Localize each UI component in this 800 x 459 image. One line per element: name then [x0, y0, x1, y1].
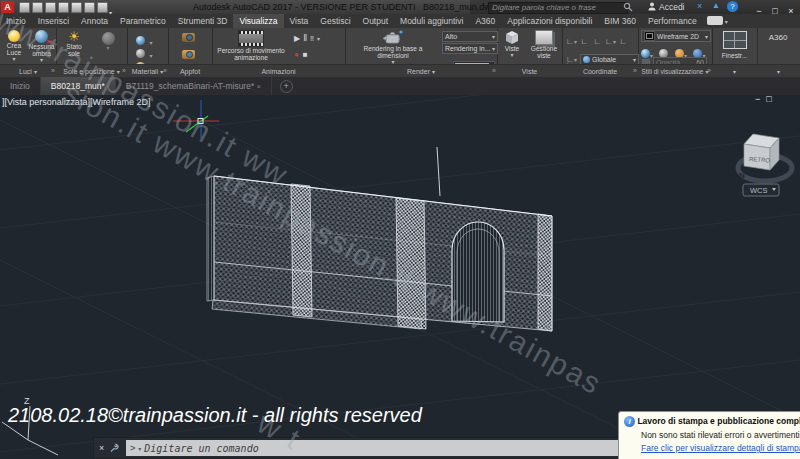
tab-inizio[interactable]: Inizio	[0, 14, 32, 28]
undo-icon[interactable]	[84, 2, 95, 13]
appfot-camera-button[interactable]	[182, 33, 195, 42]
title-bar: A ▾ Autodesk AutoCAD 2017 - VERSIONE PER…	[0, 0, 800, 14]
ucs-icon[interactable]: ∟▾	[604, 37, 617, 47]
panel-label-sole[interactable]: Sole e posizione▾	[56, 64, 127, 77]
arch-opening	[452, 222, 504, 322]
panel-flyout-coordinate[interactable]: »	[633, 65, 637, 77]
file-tab-inizio[interactable]: Inizio	[0, 77, 41, 95]
render-quality-dropdown[interactable]: Alto▾	[442, 31, 498, 42]
wcs-dropdown[interactable]: WCS	[743, 184, 779, 196]
save-as-icon[interactable]	[58, 2, 69, 13]
ucs-icon[interactable]: ∟	[578, 37, 591, 46]
nessuna-ombra-button[interactable]: × Nessuna ombra▾	[28, 30, 55, 64]
stop-icon[interactable]: ■	[303, 50, 312, 59]
tab-strumenti-3d[interactable]: Strumenti 3D	[172, 14, 234, 28]
render-target-dropdown[interactable]: Rendering in...▾	[442, 43, 498, 54]
appfot-snapshot-button[interactable]	[182, 50, 195, 59]
command-dropdown-icon[interactable]: ▾	[138, 445, 141, 452]
panel-flyout-sole[interactable]: »	[122, 65, 126, 77]
ribbon-display-dropdown-icon[interactable]: ▾	[725, 18, 728, 28]
panel-materiali: ▾ ▾ ▾ Materiali▾ »	[127, 28, 169, 77]
file-tab-b80218[interactable]: B80218_mun*	[41, 77, 116, 95]
save-icon[interactable]	[45, 2, 56, 13]
tab-inserisci[interactable]: Inserisci	[32, 14, 75, 28]
share-icon[interactable]: ×	[697, 1, 702, 11]
file-tab-b71119[interactable]: B71119_schemaBinari-AT-misure* ×	[116, 77, 272, 95]
viewcube[interactable]: N RETRO WCS	[728, 118, 800, 202]
panel-luci: Crea Luce▾ × Nessuna ombra▾ Luci▾ »	[0, 28, 57, 77]
sky-off-button[interactable]: ▾	[94, 32, 122, 52]
search-input[interactable]: Digitare parola chiave o frase	[488, 2, 628, 14]
panel-label-animazioni[interactable]: Animazioni	[212, 64, 345, 77]
tab-close-icon[interactable]: ×	[257, 83, 261, 90]
plot-icon[interactable]	[71, 2, 82, 13]
panel-flyout-luci[interactable]: »	[51, 65, 55, 77]
crea-luce-button[interactable]: Crea Luce▾	[1, 30, 27, 63]
percorso-movimento-button[interactable]: Percorso di movimento animazione	[214, 30, 288, 61]
a360-panel-button[interactable]: A360	[763, 34, 793, 41]
panel-label-finestre[interactable]: ▾	[712, 64, 757, 77]
rendering-button[interactable]: Rendering in base a dimensioni▾	[347, 29, 439, 66]
panel-label-coordinate[interactable]: Coordinate	[562, 64, 638, 77]
visual-style-dropdown[interactable]: Wireframe 2D▾	[641, 30, 711, 42]
viste-button[interactable]: Viste▾	[498, 30, 526, 59]
tab-applicazioni-disponibili[interactable]: Applicazioni disponibili	[501, 14, 598, 28]
view-cube-mini-icon	[504, 30, 520, 45]
panel-label-viste[interactable]: Viste	[497, 64, 562, 77]
dropdown-icon: ▾	[106, 45, 109, 52]
panel-label-render[interactable]: Render▾	[345, 64, 497, 77]
tab-vista[interactable]: Vista	[284, 14, 315, 28]
ucs-icon[interactable]: ∟	[617, 37, 630, 46]
dropdown-icon: ▾	[12, 56, 15, 63]
panel-label-materiali[interactable]: Materiali▾	[127, 64, 168, 77]
redo-icon[interactable]	[97, 2, 108, 13]
view-manager-icon	[535, 30, 553, 45]
tab-output[interactable]: Output	[357, 14, 395, 28]
tab-parametrico[interactable]: Parametrico	[114, 14, 172, 28]
viewport-window-buttons: −□	[755, 94, 778, 104]
help-icon[interactable]: ?	[727, 1, 738, 12]
customize-wrench-icon[interactable]	[109, 443, 119, 453]
panel-flyout-materiali[interactable]: »	[163, 65, 167, 77]
document-name: B80218_mun.dwg	[423, 2, 496, 12]
notification-link[interactable]: Fare clic per visualizzare dettagli di s…	[619, 440, 800, 453]
panel-label-appfot[interactable]: Appfot	[168, 64, 212, 77]
viewcube-cube[interactable]	[744, 134, 779, 170]
dropdown-icon[interactable]: ▾	[317, 36, 323, 42]
panel-flyout-stili[interactable]: »	[707, 65, 711, 77]
tab-performance[interactable]: Performance	[642, 14, 703, 28]
new-file-icon[interactable]	[19, 2, 30, 13]
panel-label-luci[interactable]: Luci▾	[0, 64, 56, 77]
tab-gestisci[interactable]: Gestisci	[314, 14, 356, 28]
ucs-icon[interactable]: ∟▾	[565, 37, 578, 47]
stato-sole-button[interactable]: ☀ Stato sole	[60, 30, 88, 57]
tab-visualizza[interactable]: Visualizza	[233, 14, 283, 28]
tab-moduli-aggiuntivi[interactable]: Moduli aggiuntivi	[394, 14, 469, 28]
new-drawing-tab-button[interactable]: +	[280, 80, 293, 93]
a360-sync-icon[interactable]: ▲	[712, 1, 720, 10]
command-close-icon[interactable]: ×	[99, 443, 104, 453]
panel-flyout-render[interactable]: »	[492, 65, 496, 77]
copyright-caption: 2108.02.18©trainpassion.it - all rights …	[8, 404, 422, 427]
viewport-minimize-icon[interactable]: −	[755, 94, 766, 104]
signin-button[interactable]: Accedi	[659, 2, 685, 12]
play-icon[interactable]: ▶	[294, 34, 303, 43]
viewport-controls-label[interactable]: ][Vista personalizzata][Wireframe 2D]	[2, 97, 150, 107]
tab-bim-360[interactable]: BIM 360	[598, 14, 642, 28]
record-icon[interactable]: ●	[294, 50, 303, 59]
ucs-icon[interactable]: ∟	[591, 37, 604, 46]
gestione-viste-button[interactable]: Gestione viste	[528, 30, 560, 59]
tab-a360[interactable]: A360	[469, 14, 501, 28]
ribbon-display-toggle-icon[interactable]	[707, 16, 723, 25]
panel-label-a360[interactable]: ▾	[757, 64, 800, 77]
dropdown-icon: ▾	[510, 52, 513, 59]
search-icon[interactable]	[623, 2, 633, 12]
finestre-button[interactable]: Finestr...	[718, 31, 751, 59]
autocad-logo[interactable]: A	[1, 1, 14, 13]
panel-label-stili[interactable]: Stili di visualizzazione▾	[638, 64, 712, 77]
panel-sole-e-posizione: ☀ Stato sole ▾ Sole e posizione▾ »	[56, 28, 128, 77]
viewport-restore-icon[interactable]: □	[766, 94, 777, 104]
tab-annota[interactable]: Annota	[75, 14, 114, 28]
open-file-icon[interactable]	[32, 2, 43, 13]
compass-north-label[interactable]: N	[739, 171, 745, 180]
